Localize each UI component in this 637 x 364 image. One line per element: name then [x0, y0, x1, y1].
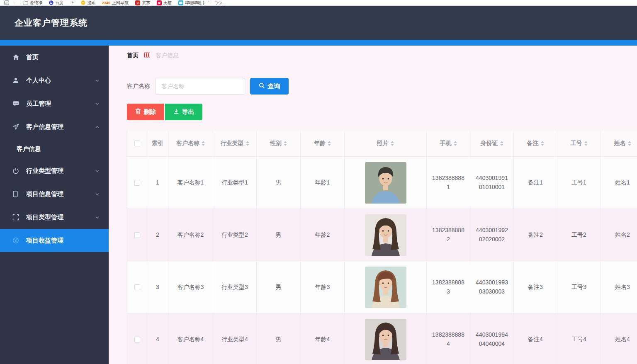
row-checkbox[interactable] [134, 232, 140, 238]
sidebar-item-1[interactable]: 首页 [0, 46, 109, 69]
cell-value: 440300199303030003 [474, 278, 509, 296]
breadcrumb: 首页 客户信息 [127, 51, 179, 60]
cell-job_no: 工号4 [557, 313, 601, 364]
cell-note: 备注4 [514, 313, 557, 364]
cell-industry_type: 行业类型2 [213, 209, 257, 261]
table-actions: 删除 导出 [127, 104, 202, 120]
cell-gender: 男 [257, 261, 301, 313]
column-header-name[interactable]: 姓名 [601, 131, 637, 157]
chevron-down-icon [95, 215, 100, 220]
search-yellow-icon [81, 0, 85, 5]
bookmark-label: 哔哩哔哩 ( ゜- ゜)つ… [185, 0, 226, 6]
search-icon [259, 83, 265, 90]
cell-value: 4 [156, 335, 159, 344]
bilibili-icon [178, 0, 183, 5]
sort-carets-icon [500, 141, 503, 146]
power-icon [12, 167, 20, 174]
column-header-industry_type[interactable]: 行业类型 [213, 131, 257, 157]
bookmark-item[interactable]: 爱纯净 [23, 0, 42, 6]
row-checkbox[interactable] [134, 284, 140, 290]
cell-job_no: 工号3 [557, 261, 601, 313]
sidebar-item-7[interactable]: 项目类型管理 [0, 206, 109, 229]
frame-icon [12, 214, 20, 221]
cell-value: 姓名1 [615, 178, 630, 187]
cell-gender: 男 [257, 209, 301, 261]
column-header-label: 身份证 [481, 139, 498, 148]
chat-icon [12, 100, 20, 107]
tmall-icon [157, 0, 162, 5]
column-header-label: 性别 [270, 139, 282, 148]
sidebar-subitem[interactable]: 客户信息 [0, 138, 109, 159]
sidebar-item-label: 行业类型管理 [26, 167, 63, 175]
column-header-customer_name[interactable]: 客户名称 [168, 131, 213, 157]
chevron-down-icon [95, 102, 100, 106]
sidebar-item-6[interactable]: 项目信息管理 [0, 182, 109, 206]
cell-value: 男 [276, 231, 282, 240]
bookmark-item[interactable]: 2345上网导航 [102, 0, 129, 6]
column-header-photo[interactable]: 照片 [345, 131, 427, 157]
column-header-phone[interactable]: 手机 [427, 131, 470, 157]
sidebar-item-2[interactable]: 个人中心 [0, 69, 109, 92]
cell-name: 姓名3 [601, 261, 637, 313]
breadcrumb-home-link[interactable]: 首页 [127, 52, 139, 59]
cell-id_card: 440300199101010001 [470, 157, 514, 209]
row-checkbox[interactable] [134, 180, 140, 186]
bookmark-item[interactable] [4, 0, 9, 5]
sidebar-item-3[interactable]: 员工管理 [0, 92, 109, 115]
chevron-down-icon [95, 169, 100, 173]
cell-id_card: 440300199202020002 [470, 209, 514, 261]
row-checkbox[interactable] [134, 337, 140, 342]
sidebar-subitem-label: 客户信息 [17, 145, 41, 153]
sort-carets-icon [391, 141, 394, 146]
column-header-gender[interactable]: 性别 [257, 131, 301, 157]
customers-table: 索引客户名称行业类型性别年龄照片手机身份证备注工号姓名1客户名称1行业类型1男年… [127, 131, 637, 364]
coin-icon [12, 237, 20, 244]
column-header-label: 照片 [377, 139, 389, 148]
customer-photo [365, 162, 406, 204]
header-accent-strip [0, 40, 637, 46]
cell-value: 13823888883 [431, 278, 466, 296]
sidebar-item-8[interactable]: 项目收益管理 [0, 229, 109, 252]
delete-button[interactable]: 删除 [127, 104, 164, 120]
table-row: 2客户名称2行业类型2男年龄21382388888244030019920202… [127, 209, 637, 261]
folder-icon [23, 0, 28, 5]
cell-value: 工号1 [571, 178, 586, 187]
cell-gender: 男 [257, 313, 301, 364]
column-header-age[interactable]: 年龄 [301, 131, 345, 157]
sort-carets-icon [541, 141, 544, 146]
sort-carets-icon [454, 141, 457, 146]
bookmark-item[interactable]: 哔哩哔哩 ( ゜- ゜)つ… [178, 0, 226, 6]
export-button[interactable]: 导出 [165, 104, 202, 120]
bookmark-item[interactable]: 下 [70, 0, 74, 6]
cell-value: 工号3 [571, 283, 586, 292]
column-header-id_card[interactable]: 身份证 [470, 131, 514, 157]
bookmark-item[interactable]: 天猫 [157, 0, 172, 6]
cell-value: 年龄4 [315, 335, 330, 344]
sidebar-item-4[interactable]: 客户信息管理 [0, 115, 109, 138]
column-header-note[interactable]: 备注 [514, 131, 557, 157]
column-header-label: 行业类型 [221, 139, 244, 148]
sidebar-item-label: 客户信息管理 [26, 123, 63, 131]
sidebar-item-label: 首页 [26, 53, 39, 61]
query-button[interactable]: 查询 [250, 78, 289, 95]
photo-cell [345, 261, 427, 313]
user-icon [12, 77, 20, 84]
select-all-checkbox-cell [127, 131, 147, 157]
bookmarks-separator [16, 1, 16, 5]
export-button-label: 导出 [182, 108, 195, 116]
cell-phone: 13823888881 [427, 157, 470, 209]
cell-note: 备注3 [514, 261, 557, 313]
sidebar-item-5[interactable]: 行业类型管理 [0, 159, 109, 182]
cell-job_no: 工号2 [557, 209, 601, 261]
bookmark-item[interactable]: 搜索 [81, 0, 95, 6]
cell-value: 年龄1 [315, 178, 330, 187]
cell-value: 工号2 [571, 231, 586, 240]
home-icon [12, 54, 20, 61]
customer-name-input[interactable] [155, 78, 245, 95]
cell-phone: 13823888882 [427, 209, 470, 261]
customer-photo [365, 319, 406, 360]
bookmark-item[interactable]: JD京东 [135, 0, 150, 6]
column-header-job_no[interactable]: 工号 [557, 131, 601, 157]
select-all-checkbox[interactable] [134, 141, 140, 146]
bookmark-item[interactable]: 百度 [49, 0, 63, 6]
